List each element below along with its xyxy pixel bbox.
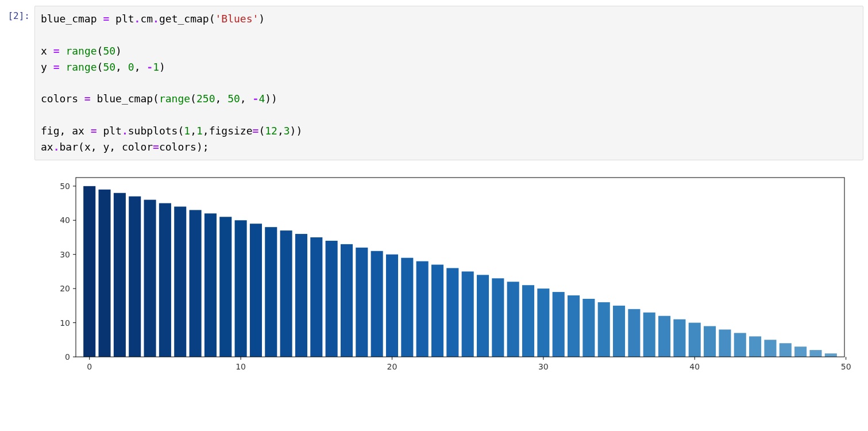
ytick-label: 20: [60, 284, 70, 293]
code-token: x: [41, 45, 53, 57]
code-token: 4: [259, 93, 265, 105]
output-cell: [ ]: 0 10 20 30 40 50 0 10 20 30 40 50: [0, 160, 868, 378]
bar: [219, 217, 232, 357]
bar: [341, 244, 353, 357]
code-token: =: [53, 45, 60, 57]
prompt-open: [: [7, 10, 13, 21]
code-token: ,figsize: [203, 125, 253, 137]
xtick-label: 30: [538, 362, 549, 371]
code-token: y: [41, 61, 53, 73]
bar: [462, 271, 474, 357]
bar: [658, 316, 670, 357]
code-token: 3: [284, 125, 290, 137]
ytick-label: 0: [65, 352, 70, 361]
code-token: -: [146, 61, 153, 73]
code-token: subplots(: [128, 125, 184, 137]
code-token: 50: [103, 45, 115, 57]
xtick-label: 0: [87, 362, 92, 371]
input-prompt: [2]:: [0, 6, 34, 21]
bar: [825, 353, 837, 357]
bar: [83, 186, 95, 357]
code-token: plt: [109, 13, 134, 25]
code-token: =: [53, 61, 60, 73]
bar: [794, 347, 807, 357]
ytick-label: 50: [60, 182, 70, 191]
xtick-label: 50: [841, 362, 851, 371]
bar: [431, 265, 443, 357]
code-token: (: [97, 61, 103, 73]
bar: [280, 230, 292, 357]
code-token: (: [97, 45, 103, 57]
bar: [174, 207, 186, 357]
code-token: cm: [140, 13, 153, 25]
code-token: (: [259, 125, 265, 137]
code-token: 50: [103, 61, 115, 73]
xtick-label: 20: [387, 362, 398, 371]
code-token: ,: [115, 61, 128, 73]
code-token: ): [259, 13, 265, 25]
bar: [689, 323, 701, 357]
bar: [416, 261, 429, 357]
bar: [704, 326, 716, 357]
code-token: 1: [153, 61, 159, 73]
code-token: [60, 45, 66, 57]
code-token: =: [253, 125, 259, 137]
code-token: range: [159, 93, 190, 105]
bar: [780, 343, 792, 357]
code-token: 50: [227, 93, 240, 105]
ytick-label: 40: [60, 216, 70, 225]
code-token: range: [65, 45, 97, 57]
code-token: colors: [41, 93, 84, 105]
bar: [749, 336, 761, 357]
code-token: )): [290, 125, 303, 137]
bar: [114, 193, 126, 357]
code-token: ): [159, 61, 165, 73]
prompt-num: 2: [13, 10, 19, 21]
code-token: 1: [196, 125, 203, 137]
code-token: (: [190, 93, 196, 105]
code-token: range: [65, 61, 97, 73]
bar-chart: 0 10 20 30 40 50 0 10 20 30 40 50: [34, 171, 862, 378]
code-cell: [2]: blue_cmap = plt.cm.get_cmap('Blues'…: [0, 0, 868, 160]
bar: [326, 241, 338, 357]
bar: [598, 302, 610, 357]
bar: [568, 295, 580, 357]
bar: [582, 299, 595, 357]
code-token: )): [265, 93, 277, 105]
code-input[interactable]: blue_cmap = plt.cm.get_cmap('Blues') x =…: [34, 6, 863, 160]
bar: [537, 288, 549, 357]
bar: [446, 268, 458, 357]
code-token: bar(x, y, color: [60, 141, 153, 153]
bar: [190, 210, 202, 357]
code-token: 250: [196, 93, 215, 105]
code-token: .: [153, 13, 159, 25]
code-token: ,: [134, 61, 147, 73]
bar: [250, 224, 262, 357]
code-token: plt: [97, 125, 122, 137]
code-token: ): [115, 45, 122, 57]
code-token: [60, 61, 66, 73]
code-token: .: [53, 141, 60, 153]
code-token: .: [134, 13, 141, 25]
code-token: colors);: [159, 141, 209, 153]
code-token: .: [122, 125, 128, 137]
bar: [356, 248, 368, 357]
code-token: 12: [265, 125, 277, 137]
code-token: ax: [41, 141, 53, 153]
bar: [522, 285, 534, 357]
xtick-label: 10: [236, 362, 246, 371]
code-token: =: [84, 93, 91, 105]
bar: [386, 255, 398, 357]
code-token: 0: [128, 61, 134, 73]
bar: [734, 333, 746, 357]
bar: [477, 275, 489, 357]
bar: [507, 282, 519, 357]
code-token: blue_cmap: [41, 13, 103, 25]
code-token: =: [91, 125, 97, 137]
bar: [673, 320, 685, 357]
bar: [628, 309, 640, 357]
code-token: blue_cmap(: [91, 93, 159, 105]
bar: [764, 340, 776, 357]
bar: [401, 258, 413, 357]
bar: [643, 313, 655, 357]
